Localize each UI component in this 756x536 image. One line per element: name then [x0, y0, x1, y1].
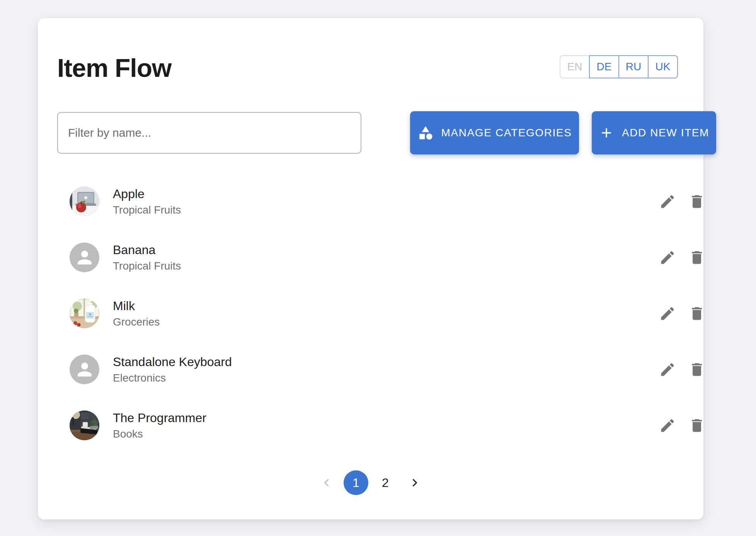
pagination: 1 2: [38, 470, 703, 495]
item-actions: [658, 192, 706, 211]
item-text: Banana Tropical Fruits: [113, 241, 181, 274]
item-category: Tropical Fruits: [113, 258, 181, 274]
delete-item-button[interactable]: [688, 416, 706, 435]
item-text: Standalone Keyboard Electronics: [113, 353, 232, 386]
delete-item-button[interactable]: [688, 248, 706, 267]
trash-icon: [688, 193, 705, 210]
pagination-prev-button[interactable]: [314, 470, 339, 495]
pencil-icon: [659, 305, 676, 322]
add-new-item-button[interactable]: ADD NEW ITEM: [592, 111, 716, 154]
edit-item-button[interactable]: [658, 360, 677, 379]
item-list: Apple Tropical Fruits Ban: [57, 173, 722, 453]
pagination-page-1[interactable]: 1: [344, 470, 368, 495]
item-category: Electronics: [113, 370, 232, 386]
delete-item-button[interactable]: [688, 192, 706, 211]
lang-button-de[interactable]: DE: [589, 55, 619, 78]
lang-button-ru[interactable]: RU: [618, 55, 649, 78]
item-actions: [658, 248, 706, 267]
manage-categories-button[interactable]: MANAGE CATEGORIES: [410, 111, 579, 154]
chevron-right-icon: [407, 475, 422, 490]
item-flow-card: Item Flow EN DE RU UK MANAGE CATEGORIES …: [38, 18, 703, 519]
item-avatar: [70, 355, 99, 384]
edit-item-button[interactable]: [658, 304, 677, 323]
pencil-icon: [659, 193, 676, 210]
item-category: Books: [113, 426, 206, 442]
pagination-next-button[interactable]: [402, 470, 427, 495]
manage-categories-label: MANAGE CATEGORIES: [441, 127, 572, 139]
list-item: Milk Groceries: [57, 285, 722, 341]
add-new-item-label: ADD NEW ITEM: [622, 127, 709, 139]
item-avatar: [70, 410, 99, 440]
list-item: Banana Tropical Fruits: [57, 229, 722, 285]
trash-icon: [688, 249, 705, 266]
lang-button-en[interactable]: EN: [560, 55, 590, 78]
milk-photo-avatar: [70, 299, 99, 328]
trash-icon: [688, 361, 705, 378]
delete-item-button[interactable]: [688, 360, 706, 379]
item-avatar: [70, 187, 99, 216]
trash-icon: [688, 305, 705, 322]
chevron-left-icon: [319, 475, 334, 490]
item-name: The Programmer: [113, 409, 206, 426]
item-text: Milk Groceries: [113, 297, 160, 330]
edit-item-button[interactable]: [658, 248, 677, 267]
pencil-icon: [659, 249, 676, 266]
person-icon: [74, 359, 95, 380]
pencil-icon: [659, 361, 676, 378]
delete-item-button[interactable]: [688, 304, 706, 323]
language-switcher: EN DE RU UK: [560, 55, 678, 78]
item-avatar: [70, 299, 99, 328]
item-text: Apple Tropical Fruits: [113, 185, 181, 218]
filter-input[interactable]: [57, 112, 361, 154]
item-category: Groceries: [113, 314, 160, 330]
list-item: Apple Tropical Fruits: [57, 173, 722, 229]
list-item: The Programmer Books: [57, 397, 722, 453]
pagination-page-2[interactable]: 2: [373, 470, 398, 495]
item-name: Standalone Keyboard: [113, 353, 232, 370]
item-actions: [658, 304, 706, 323]
lang-button-uk[interactable]: UK: [648, 55, 678, 78]
edit-item-button[interactable]: [658, 192, 677, 211]
plus-icon: [599, 125, 614, 141]
toolbar: MANAGE CATEGORIES ADD NEW ITEM: [57, 111, 716, 154]
item-text: The Programmer Books: [113, 409, 206, 442]
list-item: Standalone Keyboard Electronics: [57, 341, 722, 397]
programmer-photo-avatar: [70, 410, 99, 440]
item-avatar: [70, 243, 99, 272]
item-category: Tropical Fruits: [113, 202, 181, 218]
category-icon: [417, 125, 434, 141]
page-title: Item Flow: [57, 54, 171, 83]
item-actions: [658, 360, 706, 379]
item-actions: [658, 416, 706, 435]
edit-item-button[interactable]: [658, 416, 677, 435]
item-name: Apple: [113, 185, 181, 202]
apple-photo-avatar: [70, 187, 99, 216]
item-name: Milk: [113, 297, 160, 314]
person-icon: [74, 247, 95, 268]
trash-icon: [688, 417, 705, 434]
item-name: Banana: [113, 241, 181, 258]
pencil-icon: [659, 417, 676, 434]
